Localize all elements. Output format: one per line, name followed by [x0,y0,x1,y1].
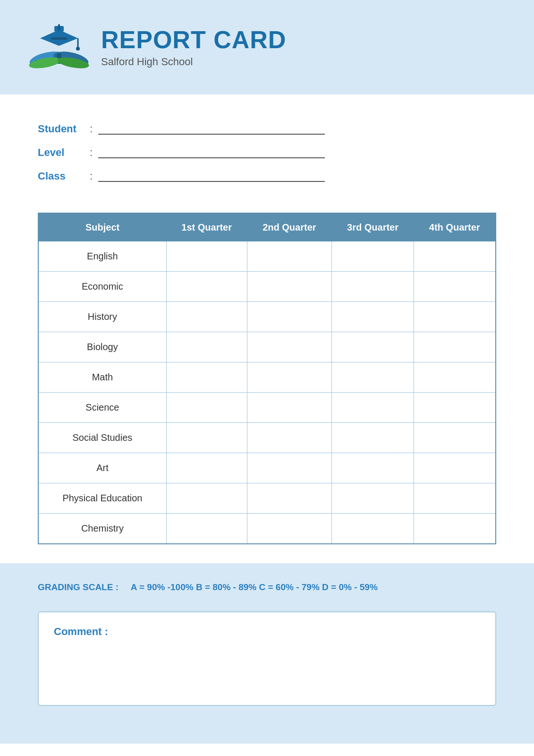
q4-cell[interactable] [414,453,496,483]
q2-cell[interactable] [247,302,332,332]
comment-label: Comment : [54,626,480,638]
grading-scale-text: GRADING SCALE : A = 90% -100% B = 80% - … [38,582,378,592]
table-row: Science [38,393,496,423]
q1-cell[interactable] [166,393,247,423]
table-header: Subject 1st Quarter 2nd Quarter 3rd Quar… [38,213,496,241]
q2-cell[interactable] [247,514,332,544]
q4-cell[interactable] [414,483,496,514]
q1-cell[interactable] [166,483,247,514]
q3-cell[interactable] [332,241,414,272]
q1-cell[interactable] [166,453,247,483]
q2-cell[interactable] [247,272,332,302]
col-q3: 3rd Quarter [332,213,414,241]
subject-cell: Science [38,393,166,423]
q3-cell[interactable] [332,393,414,423]
class-row: Class : [38,170,496,182]
col-q4: 4th Quarter [414,213,496,241]
student-colon: : [90,123,93,135]
grading-section: GRADING SCALE : A = 90% -100% B = 80% - … [0,563,534,611]
q3-cell[interactable] [332,453,414,483]
comment-section: Comment : [0,611,534,744]
q1-cell[interactable] [166,272,247,302]
svg-rect-8 [58,24,60,31]
q2-cell[interactable] [247,332,332,362]
header-row: Subject 1st Quarter 2nd Quarter 3rd Quar… [38,213,496,241]
header: REPORT CARD Salford High School [0,0,534,94]
table-row: Biology [38,332,496,362]
q1-cell[interactable] [166,241,247,272]
level-colon: : [90,146,93,159]
level-field[interactable] [98,147,325,158]
grading-label: GRADING SCALE : [38,582,119,592]
grades-body: EnglishEconomicHistoryBiologyMathScience… [38,241,496,544]
q4-cell[interactable] [414,302,496,332]
report-card-title: REPORT CARD [101,26,286,53]
table-row: Chemistry [38,514,496,544]
q4-cell[interactable] [414,272,496,302]
info-section: Student : Level : Class : [0,94,534,213]
table-row: Math [38,362,496,393]
school-name: Salford High School [101,56,286,68]
title-area: REPORT CARD Salford High School [101,26,286,68]
subject-cell: Math [38,362,166,393]
level-label: Level [38,146,90,159]
subject-cell: Economic [38,272,166,302]
q3-cell[interactable] [332,332,414,362]
level-row: Level : [38,146,496,159]
q4-cell[interactable] [414,241,496,272]
col-q1: 1st Quarter [166,213,247,241]
student-label: Student [38,123,90,135]
subject-cell: Physical Education [38,483,166,514]
subject-cell: History [38,302,166,332]
q3-cell[interactable] [332,483,414,514]
q4-cell[interactable] [414,362,496,393]
subject-cell: Biology [38,332,166,362]
q4-cell[interactable] [414,514,496,544]
q1-cell[interactable] [166,302,247,332]
q2-cell[interactable] [247,483,332,514]
q3-cell[interactable] [332,423,414,453]
q1-cell[interactable] [166,362,247,393]
q3-cell[interactable] [332,514,414,544]
q2-cell[interactable] [247,362,332,393]
q4-cell[interactable] [414,393,496,423]
student-row: Student : [38,123,496,135]
class-label: Class [38,170,90,182]
q1-cell[interactable] [166,332,247,362]
subject-cell: Chemistry [38,514,166,544]
comment-box[interactable]: Comment : [38,611,496,706]
col-subject: Subject [38,213,166,241]
table-section: Subject 1st Quarter 2nd Quarter 3rd Quar… [0,213,534,563]
q3-cell[interactable] [332,272,414,302]
svg-point-10 [76,47,80,51]
table-row: Social Studies [38,423,496,453]
table-row: Economic [38,272,496,302]
subject-cell: Art [38,453,166,483]
school-logo-icon [28,21,90,73]
class-colon: : [90,170,93,182]
q4-cell[interactable] [414,332,496,362]
q2-cell[interactable] [247,241,332,272]
grades-table: Subject 1st Quarter 2nd Quarter 3rd Quar… [38,213,496,544]
q3-cell[interactable] [332,302,414,332]
grading-scale-values: A = 90% -100% B = 80% - 89% C = 60% - 79… [131,582,378,592]
q2-cell[interactable] [247,453,332,483]
q2-cell[interactable] [247,393,332,423]
q1-cell[interactable] [166,423,247,453]
svg-rect-6 [51,37,67,40]
q2-cell[interactable] [247,423,332,453]
subject-cell: Social Studies [38,423,166,453]
class-field[interactable] [98,171,325,182]
q1-cell[interactable] [166,514,247,544]
table-row: Art [38,453,496,483]
table-row: History [38,302,496,332]
subject-cell: English [38,241,166,272]
student-field[interactable] [98,123,325,135]
table-row: Physical Education [38,483,496,514]
col-q2: 2nd Quarter [247,213,332,241]
table-row: English [38,241,496,272]
q4-cell[interactable] [414,423,496,453]
logo-area: REPORT CARD Salford High School [28,21,286,73]
q3-cell[interactable] [332,362,414,393]
